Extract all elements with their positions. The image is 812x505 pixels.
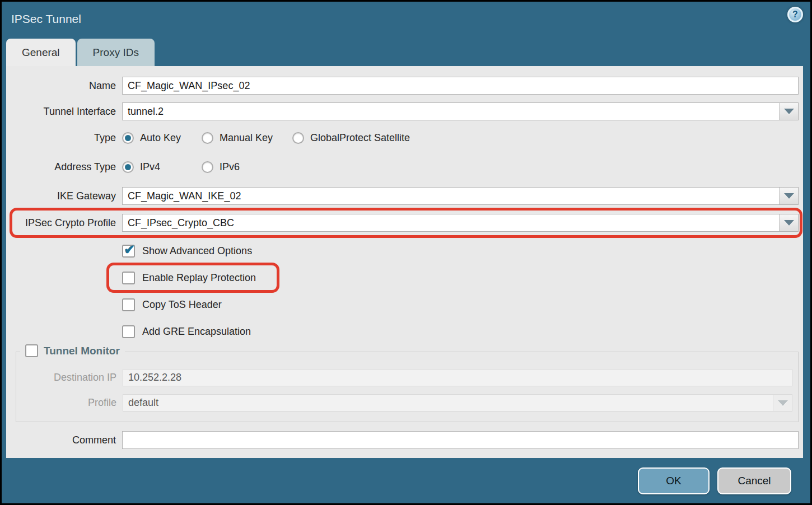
ike-gateway-dropdown[interactable]	[122, 187, 799, 205]
tunnel-interface-dropdown-button[interactable]	[779, 103, 798, 120]
ok-button[interactable]: OK	[638, 467, 710, 494]
tunnel-monitor-label: Tunnel Monitor	[44, 345, 120, 357]
tunnel-monitor-group: ✔ Tunnel Monitor Destination IP 10.252.2…	[16, 352, 799, 422]
help-glyph: ?	[792, 10, 798, 20]
radio-auto-key-control[interactable]	[122, 132, 134, 144]
destination-ip-input: 10.252.2.28	[123, 369, 792, 386]
tunnel-monitor-checkbox[interactable]: ✔	[25, 344, 38, 357]
radio-manual-key[interactable]: Manual Key	[202, 132, 292, 144]
name-input[interactable]	[122, 77, 799, 95]
name-row: Name	[6, 77, 803, 95]
add-gre-encapsulation-row: ✔ Add GRE Encapsulation	[122, 325, 803, 338]
ipsec-crypto-profile-dropdown-button[interactable]	[779, 214, 798, 231]
type-row: Type Auto Key Manual Key GlobalProtect S…	[6, 130, 803, 146]
radio-ipv4-control[interactable]	[122, 161, 134, 173]
comment-label: Comment	[6, 434, 122, 446]
radio-ipv4-label: IPv4	[140, 161, 160, 173]
tab-general[interactable]: General	[6, 39, 76, 66]
ike-gateway-label: IKE Gateway	[6, 190, 122, 202]
enable-replay-protection-row: ✔ Enable Replay Protection	[122, 271, 803, 284]
profile-dropdown: default	[123, 394, 792, 412]
tab-general-label: General	[22, 46, 60, 59]
radio-globalprotect-satellite-control[interactable]	[292, 132, 304, 144]
tunnel-interface-dropdown[interactable]	[122, 102, 799, 120]
address-type-row: Address Type IPv4 IPv6	[6, 159, 803, 175]
check-icon: ✔	[124, 242, 135, 258]
copy-tos-header-checkbox[interactable]: ✔	[122, 298, 135, 311]
ipsec-crypto-profile-label: IPSec Crypto Profile	[6, 217, 122, 229]
type-label: Type	[6, 132, 122, 144]
enable-replay-protection-checkbox[interactable]: ✔	[122, 272, 135, 284]
comment-row: Comment	[6, 431, 803, 449]
profile-label: Profile	[16, 397, 123, 409]
radio-ipv6-label: IPv6	[220, 161, 240, 173]
enable-replay-protection-label: Enable Replay Protection	[142, 272, 256, 284]
profile-row: Profile default	[16, 394, 798, 412]
copy-tos-header-row: ✔ Copy ToS Header	[122, 298, 803, 311]
ipsec-crypto-profile-row: IPSec Crypto Profile	[6, 214, 803, 232]
dialog-frame: IPSec Tunnel ? General Proxy IDs Name	[2, 2, 810, 503]
ipsec-tunnel-dialog: IPSec Tunnel ? General Proxy IDs Name	[0, 0, 812, 505]
comment-input[interactable]	[122, 431, 799, 449]
radio-auto-key[interactable]: Auto Key	[122, 132, 202, 144]
tab-proxy-ids[interactable]: Proxy IDs	[77, 39, 155, 66]
ike-gateway-row: IKE Gateway	[6, 187, 803, 205]
cancel-button[interactable]: Cancel	[717, 467, 791, 494]
chevron-down-icon	[784, 193, 794, 199]
radio-globalprotect-satellite[interactable]: GlobalProtect Satellite	[292, 132, 410, 144]
dialog-title: IPSec Tunnel	[11, 12, 81, 26]
chevron-down-icon	[784, 220, 794, 226]
help-icon[interactable]: ?	[787, 7, 803, 22]
radio-manual-key-label: Manual Key	[220, 132, 273, 144]
copy-tos-header-label: Copy ToS Header	[142, 299, 222, 311]
profile-dropdown-button	[773, 395, 792, 411]
chevron-down-icon	[784, 109, 794, 114]
show-advanced-options-row: ✔ Show Advanced Options	[122, 244, 803, 258]
add-gre-encapsulation-label: Add GRE Encapsulation	[142, 326, 251, 338]
name-label: Name	[6, 80, 122, 92]
ike-gateway-input[interactable]	[123, 188, 779, 204]
tab-proxy-ids-label: Proxy IDs	[93, 46, 139, 59]
show-advanced-options-label: Show Advanced Options	[142, 245, 252, 257]
chevron-down-icon	[778, 400, 788, 406]
destination-ip-label: Destination IP	[16, 372, 123, 384]
radio-ipv6[interactable]: IPv6	[202, 161, 240, 173]
radio-ipv4[interactable]: IPv4	[122, 161, 202, 173]
show-advanced-options-checkbox[interactable]: ✔	[122, 245, 135, 258]
destination-ip-value: 10.252.2.28	[128, 372, 181, 384]
profile-value: default	[123, 395, 773, 411]
radio-auto-key-label: Auto Key	[140, 132, 181, 144]
dialog-titlebar: IPSec Tunnel	[2, 2, 810, 36]
address-type-label: Address Type	[6, 161, 122, 173]
tunnel-monitor-legend: ✔ Tunnel Monitor	[20, 344, 125, 357]
radio-manual-key-control[interactable]	[202, 132, 213, 144]
ipsec-crypto-profile-dropdown[interactable]	[122, 214, 799, 232]
ike-gateway-dropdown-button[interactable]	[779, 188, 798, 204]
radio-ipv6-control[interactable]	[202, 161, 213, 173]
tunnel-interface-label: Tunnel Interface	[6, 106, 122, 118]
tunnel-interface-input[interactable]	[123, 103, 779, 120]
destination-ip-row: Destination IP 10.252.2.28	[16, 369, 798, 386]
ipsec-crypto-profile-input[interactable]	[123, 214, 779, 231]
tab-bar: General Proxy IDs	[6, 39, 155, 66]
add-gre-encapsulation-checkbox[interactable]: ✔	[122, 325, 135, 338]
radio-globalprotect-satellite-label: GlobalProtect Satellite	[310, 132, 410, 144]
tunnel-interface-row: Tunnel Interface	[6, 102, 803, 120]
general-tab-panel: Name Tunnel Interface	[6, 66, 803, 458]
